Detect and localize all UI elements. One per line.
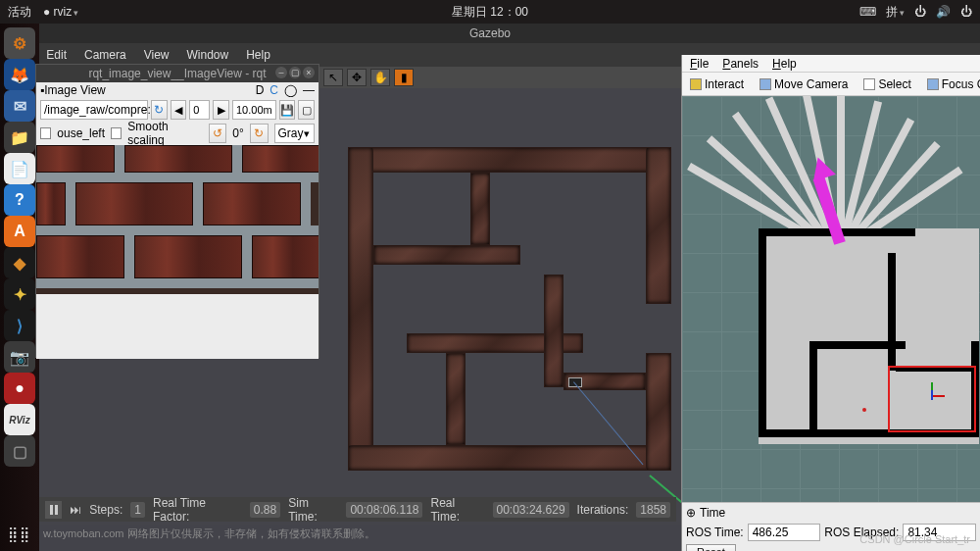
rviz-menubar: File Panels Help <box>682 55 980 73</box>
light-tool-icon[interactable]: ▮ <box>394 69 414 86</box>
launcher-rviz[interactable]: RViz <box>4 404 35 435</box>
time-header: Time <box>700 506 725 520</box>
smooth-checkbox[interactable] <box>111 127 122 139</box>
pause-button[interactable] <box>45 501 62 519</box>
system-topbar: 活动 ● rviz▾ 星期日 12：00 ⌨ 拼▾ ⏻ 🔊 ⏻ <box>0 0 980 24</box>
robot-model <box>922 390 942 402</box>
iv-titlebar[interactable]: rqt_image_view__ImageView - rqt – ▢ × <box>36 65 318 82</box>
topic-combo[interactable]: /image_raw/compre:▾ <box>40 100 148 120</box>
select-tool[interactable]: Select <box>859 77 914 91</box>
reset-button[interactable]: Reset <box>686 544 736 551</box>
next-button[interactable]: ▶ <box>213 100 229 120</box>
move-tool-icon[interactable]: ✥ <box>347 69 367 86</box>
app-indicator[interactable]: ● rviz▾ <box>43 5 78 19</box>
refresh-button[interactable]: ↻ <box>151 100 168 120</box>
launcher-vscode[interactable]: ⟩ <box>4 310 35 341</box>
prev-button[interactable]: ◀ <box>171 100 187 120</box>
launcher-dock: ⚙🦊✉📁📄?A◆✦⟩📷●RViz▢ ⠿⠿⠿⠿ <box>0 24 39 551</box>
dock-min-icon[interactable]: — <box>303 83 315 97</box>
minimize-icon[interactable]: – <box>275 67 287 78</box>
dock-c-icon[interactable]: C <box>270 83 278 97</box>
num-field[interactable]: 0 <box>189 100 210 120</box>
colormap-combo[interactable]: Gray▾ <box>274 124 315 143</box>
move-camera-tool[interactable]: Move Camera <box>756 77 852 91</box>
smooth-label: Smooth scaling <box>127 120 202 147</box>
menu-edit[interactable]: Edit <box>46 48 67 62</box>
iter-label: Iterations: <box>577 503 629 517</box>
save-icon[interactable]: 💾 <box>279 100 296 120</box>
launcher-settings[interactable]: ⚙ <box>4 27 35 59</box>
keyboard-icon[interactable]: ⌨ <box>859 5 876 19</box>
iter-value: 1858 <box>636 502 670 518</box>
launcher-thunderbird[interactable]: ✉ <box>4 90 35 122</box>
image-view-window: rqt_image_view__ImageView - rqt – ▢ × ▪I… <box>35 64 319 358</box>
rviz-menu-help[interactable]: Help <box>772 57 797 71</box>
launcher-record[interactable]: ● <box>4 373 35 404</box>
step-icon[interactable]: ⏭ <box>70 503 81 517</box>
interact-tool[interactable]: Interact <box>686 77 748 91</box>
menu-camera[interactable]: Camera <box>84 48 126 62</box>
steps-value: 1 <box>130 502 145 518</box>
rtf-label: Real Time Factor: <box>153 496 242 524</box>
maximize-icon[interactable]: ▢ <box>289 67 301 78</box>
iv-toolbar-2: ouse_left Smooth scaling ↺ 0° ↻ Gray▾ <box>36 122 318 145</box>
camera-image <box>36 145 318 294</box>
simtime-label: Sim Time: <box>288 496 338 524</box>
launcher-help[interactable]: ? <box>4 184 35 216</box>
watermark-csdn: CSDN @Circle Start_tr <box>859 533 970 545</box>
simtime-value: 00:08:06.118 <box>346 502 422 518</box>
launcher-ros[interactable]: ✦ <box>4 278 35 310</box>
apps-grid-icon[interactable]: ⠿⠿⠿⠿ <box>8 531 31 541</box>
rviz-toolbar: Interact Move Camera Select Focus Camera… <box>682 73 980 96</box>
deg-label: 0° <box>232 126 243 140</box>
iv-toolbar-1: /image_raw/compre:▾ ↻ ◀ 0 ▶ 10.00m 💾 ▢ <box>36 98 318 122</box>
power-icon[interactable]: ⏻ <box>960 5 972 19</box>
iv-padding <box>36 294 318 359</box>
dock-o-icon[interactable]: ◯ <box>284 83 297 97</box>
menu-window[interactable]: Window <box>187 48 229 62</box>
arrow-tool-icon[interactable]: ↖ <box>323 69 343 86</box>
launcher-camera[interactable]: 📷 <box>4 341 35 373</box>
launcher-firefox[interactable]: 🦊 <box>4 59 35 90</box>
focus-icon <box>927 78 939 90</box>
ime-indicator[interactable]: 拼▾ <box>886 4 905 21</box>
gazebo-statusbar: ⏭ Steps: 1 Real Time Factor: 0.88 Sim Ti… <box>39 497 676 522</box>
expand-icon[interactable]: ⊕ <box>686 506 696 520</box>
dock-d-icon[interactable]: D <box>256 83 265 97</box>
menu-view[interactable]: View <box>144 48 170 62</box>
rostime-field[interactable]: 486.25 <box>748 524 821 541</box>
mouse-left-checkbox[interactable] <box>40 127 51 139</box>
clock[interactable]: 星期日 12：00 <box>452 4 528 21</box>
gazebo-title: Gazebo <box>0 24 980 43</box>
menu-help[interactable]: Help <box>246 48 270 62</box>
point <box>862 408 866 412</box>
select-icon <box>863 78 875 90</box>
launcher-text[interactable]: 📄 <box>4 153 35 184</box>
close-icon[interactable]: × <box>303 67 315 78</box>
rotate-cw-button[interactable]: ↻ <box>250 124 269 143</box>
dist-field[interactable]: 10.00m <box>232 100 276 120</box>
launcher-terminal[interactable]: ▢ <box>4 435 35 467</box>
rviz-menu-file[interactable]: File <box>690 57 709 71</box>
rviz-menu-panels[interactable]: Panels <box>722 57 759 71</box>
launcher-software[interactable]: A <box>4 216 35 247</box>
launcher-files[interactable]: 📁 <box>4 122 35 153</box>
folder-icon[interactable]: ▢ <box>298 100 315 120</box>
realtime-label: Real Time: <box>430 496 484 524</box>
network-icon[interactable]: ⏻ <box>914 5 926 19</box>
realtime-value: 00:03:24.629 <box>493 502 569 518</box>
rviz-window: File Panels Help Interact Move Camera Se… <box>681 55 980 551</box>
rtf-value: 0.88 <box>250 502 280 518</box>
rotate-ccw-button[interactable]: ↺ <box>209 124 227 143</box>
volume-icon[interactable]: 🔊 <box>936 5 951 19</box>
launcher-gazebo[interactable]: ◆ <box>4 247 35 278</box>
rviz-viewport[interactable] <box>682 96 980 502</box>
mouse-left-label: ouse_left <box>57 126 105 140</box>
focus-camera-tool[interactable]: Focus Camera <box>923 77 980 91</box>
interact-icon <box>690 78 702 90</box>
activities-button[interactable]: 活动 <box>8 4 31 21</box>
steps-label: Steps: <box>89 503 122 517</box>
hand-tool-icon[interactable]: ✋ <box>370 69 390 86</box>
move-camera-icon <box>760 78 771 90</box>
rostime-label: ROS Time: <box>686 526 744 539</box>
